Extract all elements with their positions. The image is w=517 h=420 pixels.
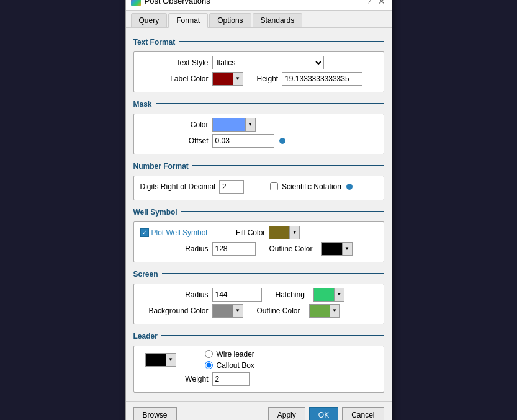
leader-label: Leader: [133, 332, 158, 341]
mask-color-swatch: [213, 118, 245, 131]
tab-query[interactable]: Query: [131, 13, 168, 27]
wire-leader-label: Wire leader: [217, 350, 254, 359]
label-color-button[interactable]: ▼: [212, 72, 243, 86]
main-content: Text Format Text Style Italics Normal Bo…: [126, 28, 392, 401]
scientific-checkbox[interactable]: [270, 182, 278, 190]
text-format-box: Text Style Italics Normal Bold Bold Ital…: [133, 51, 384, 92]
well-radius-label: Radius: [140, 244, 209, 253]
bg-color-swatch: [213, 305, 233, 317]
text-format-section: Text Format Text Style Italics Normal Bo…: [133, 34, 384, 92]
label-color-swatch: [213, 73, 233, 85]
leader-color-swatch: [146, 354, 166, 366]
bg-color-arrow: ▼: [233, 305, 243, 317]
title-bar: Post Observations ? ✕: [126, 0, 392, 11]
mask-box: Color ▼ Offset: [133, 114, 384, 154]
text-style-select[interactable]: Italics Normal Bold Bold Italic: [212, 56, 324, 69]
plot-well-checkbox[interactable]: ✓: [140, 228, 149, 237]
cancel-button[interactable]: Cancel: [342, 407, 384, 421]
screen-radius-label: Radius: [140, 290, 209, 299]
hatching-label: Hatching: [276, 290, 305, 299]
height-label: Height: [257, 74, 279, 83]
hatching-swatch: [314, 288, 334, 301]
well-symbol-label: Well Symbol: [133, 208, 178, 217]
leader-color-button[interactable]: ▼: [145, 353, 176, 367]
number-format-box: Digits Right of Decimal Scientific Notat…: [133, 176, 384, 200]
well-radius-input[interactable]: [212, 242, 256, 256]
app-icon: [131, 0, 141, 6]
screen-label: Screen: [133, 270, 158, 279]
outline-color-arrow: ▼: [342, 243, 352, 255]
browse-button[interactable]: Browse: [133, 407, 177, 421]
bottom-bar: Browse Apply OK Cancel: [126, 401, 392, 421]
well-symbol-section: Well Symbol ✓ Plot Well Symbol Fill Colo…: [133, 204, 384, 262]
scientific-label: Scientific Notation: [282, 182, 341, 191]
weight-input[interactable]: [212, 372, 250, 386]
text-style-label: Text Style: [140, 58, 209, 67]
wire-leader-radio[interactable]: [205, 350, 213, 358]
bg-color-label: Background Color: [140, 306, 209, 315]
screen-outline-button[interactable]: ▼: [309, 304, 340, 318]
tab-format[interactable]: Format: [168, 13, 208, 28]
number-format-section: Number Format Digits Right of Decimal Sc…: [133, 158, 384, 200]
tab-standards[interactable]: Standards: [253, 13, 303, 27]
leader-section: Leader ▼ Wire leader C: [133, 328, 384, 393]
callout-label: Callout Box: [217, 361, 254, 370]
bg-color-button[interactable]: ▼: [212, 304, 243, 318]
hatching-arrow: ▼: [334, 288, 344, 301]
leader-color-arrow: ▼: [166, 354, 176, 366]
screen-outline-arrow: ▼: [330, 305, 339, 317]
outline-color-button[interactable]: ▼: [321, 242, 353, 256]
label-color-label: Label Color: [140, 74, 209, 83]
mask-label: Mask: [133, 100, 152, 109]
scientific-indicator: [346, 184, 353, 190]
screen-radius-input[interactable]: [212, 288, 262, 302]
well-symbol-box: ✓ Plot Well Symbol Fill Color ▼ Radius O…: [133, 221, 384, 262]
offset-indicator: [279, 138, 285, 144]
screen-outline-label: Outline Color: [257, 306, 300, 315]
number-format-label: Number Format: [133, 162, 189, 171]
hatching-button[interactable]: ▼: [313, 288, 344, 302]
mask-color-button[interactable]: ▼: [212, 118, 256, 132]
apply-button[interactable]: Apply: [268, 407, 305, 421]
mask-section: Mask Color ▼ Offset: [133, 96, 384, 154]
fill-color-arrow: ▼: [289, 226, 299, 239]
mask-color-arrow: ▼: [245, 118, 255, 131]
dialog: Post Observations ? ✕ Query Format Optio…: [125, 0, 392, 420]
screen-section: Screen Radius Hatching ▼ Background Colo…: [133, 266, 384, 324]
screen-box: Radius Hatching ▼ Background Color ▼ Out…: [133, 284, 384, 324]
help-button[interactable]: ?: [364, 0, 374, 6]
close-button[interactable]: ✕: [377, 0, 387, 6]
text-format-label: Text Format: [133, 38, 176, 47]
digits-input[interactable]: [219, 180, 244, 194]
digits-label: Digits Right of Decimal: [140, 182, 215, 191]
offset-input[interactable]: [212, 134, 274, 148]
outline-color-label: Outline Color: [269, 244, 313, 253]
dialog-title: Post Observations: [145, 0, 210, 6]
outline-color-swatch: [322, 243, 342, 255]
mask-color-label: Color: [140, 120, 209, 129]
plot-well-row: ✓ Plot Well Symbol: [140, 228, 207, 237]
ok-button[interactable]: OK: [309, 407, 338, 421]
offset-label: Offset: [140, 136, 209, 145]
label-color-arrow: ▼: [233, 73, 243, 85]
fill-color-label: Fill Color: [236, 228, 265, 237]
fill-color-button[interactable]: ▼: [269, 226, 300, 239]
callout-radio[interactable]: [205, 361, 213, 369]
tab-bar: Query Format Options Standards: [126, 11, 392, 28]
weight-label: Weight: [140, 375, 209, 383]
height-input[interactable]: 19.1333333333335: [282, 72, 362, 86]
fill-color-swatch: [269, 226, 289, 239]
tab-options[interactable]: Options: [209, 13, 251, 27]
leader-box: ▼ Wire leader Callout Box Wei: [133, 346, 384, 393]
plot-well-label: Plot Well Symbol: [151, 228, 207, 237]
screen-outline-swatch: [310, 305, 330, 317]
